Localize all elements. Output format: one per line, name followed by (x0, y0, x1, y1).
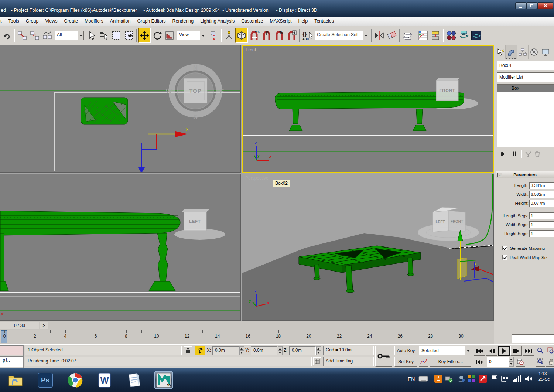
undo-icon[interactable] (0, 28, 13, 43)
taskbar-notepad-icon[interactable] (125, 371, 142, 389)
time-configuration-icon[interactable] (516, 357, 525, 367)
rect-selection-region-icon[interactable] (110, 28, 123, 43)
snap-25-icon[interactable]: 2.5 (248, 28, 260, 43)
tray-java-icon[interactable] (434, 375, 442, 383)
menu-item-views[interactable]: Views (42, 17, 61, 26)
reference-coordinate-dropdown[interactable]: View (177, 31, 206, 40)
tab-display[interactable] (540, 45, 551, 59)
modifier-stack[interactable]: Box (497, 84, 554, 147)
select-object-icon[interactable] (85, 28, 98, 43)
stack-item-box[interactable]: Box (497, 85, 554, 92)
length-field[interactable]: 3.381m (529, 182, 554, 189)
viewport-front[interactable]: FRONT z x y Front (242, 45, 494, 173)
tab-create[interactable] (494, 45, 506, 59)
key-mode-dropdown[interactable]: Selected (419, 346, 471, 355)
render-setup-icon[interactable] (457, 28, 470, 43)
viewport-perspective[interactable]: LEFT FRONT (242, 174, 494, 321)
tray-keyboard-icon[interactable] (418, 375, 428, 382)
viewcube-front-face[interactable]: FRONT (451, 219, 463, 224)
real-world-map-checkbox[interactable] (502, 255, 507, 260)
current-frame-field[interactable]: 0 (487, 357, 509, 367)
communicator-icon[interactable] (313, 357, 321, 365)
select-manipulate-icon[interactable] (223, 28, 235, 43)
chevron-down-icon[interactable] (78, 31, 84, 40)
collapse-icon[interactable]: - (497, 173, 502, 177)
menu-item-tools[interactable]: Tools (5, 17, 22, 26)
frame-spinner[interactable] (509, 357, 514, 367)
tray-action-center-icon[interactable] (490, 375, 498, 383)
width-field[interactable]: 6.582m (529, 191, 554, 198)
generate-mapping-checkbox[interactable] (502, 246, 507, 250)
selection-lock-button[interactable] (184, 346, 192, 355)
window-crossing-icon[interactable] (123, 28, 135, 43)
material-editor-icon[interactable] (445, 28, 457, 43)
menu-item-group[interactable]: Group (23, 17, 42, 26)
tab-hierarchy[interactable] (517, 45, 529, 59)
menu-item-animation[interactable]: Animation (107, 17, 134, 26)
height-segs-field[interactable]: 1 (529, 230, 554, 237)
tray-agent-icon[interactable] (457, 375, 465, 383)
taskbar-explorer-icon[interactable] (7, 371, 24, 389)
bind-spacewarp-icon[interactable] (41, 28, 54, 43)
rendered-frame-icon[interactable] (470, 28, 482, 43)
named-selection-set-dropdown[interactable]: Create Selection Set (315, 31, 369, 40)
close-button[interactable] (537, 2, 553, 9)
modifier-list-dropdown[interactable]: Modifier List (497, 72, 554, 82)
parameters-rollout-header[interactable]: - Parameters (496, 171, 554, 178)
y-coord-field[interactable]: 0.0m (251, 346, 277, 355)
menu-item-t[interactable]: t (0, 17, 5, 26)
key-filters-button[interactable]: Key Filters... (430, 357, 471, 367)
tray-usb-icon[interactable] (445, 375, 454, 383)
next-frame-button[interactable]: > (40, 322, 48, 329)
taskbar-chrome-icon[interactable] (66, 371, 84, 389)
curve-editor-icon[interactable] (417, 28, 429, 43)
zoom-icon[interactable] (536, 346, 545, 355)
macro-recorder-pane[interactable] (0, 345, 23, 355)
menu-item-modifiers[interactable]: Modifiers (81, 17, 107, 26)
tray-power-icon[interactable] (501, 375, 509, 383)
menu-item-create[interactable]: Create (61, 17, 82, 26)
mirror-icon[interactable] (373, 28, 386, 43)
tray-download-icon[interactable] (479, 375, 487, 383)
menu-item-lighting-analysis[interactable]: Lighting Analysis (197, 17, 238, 26)
previous-frame-button[interactable] (486, 346, 497, 356)
x-spinner[interactable] (239, 346, 244, 355)
maximize-button[interactable] (526, 2, 537, 9)
minimize-button[interactable] (515, 2, 526, 9)
viewport-top[interactable]: TOP N S E W x (0, 45, 241, 173)
named-selection-sets-icon[interactable]: {}ABC (301, 28, 314, 43)
y-spinner[interactable] (278, 346, 283, 355)
menu-item-customize[interactable]: Customize (238, 17, 266, 26)
viewcube-left-face[interactable]: LEFT (436, 220, 445, 224)
select-move-icon[interactable] (138, 28, 151, 43)
tray-language[interactable]: EN (408, 376, 415, 382)
viewport-perspective-label[interactable]: Perspective (245, 175, 269, 181)
time-slider[interactable]: 0 / 30 > (0, 321, 494, 330)
layer-manager-icon[interactable] (401, 28, 414, 43)
height-field[interactable]: 0.077m (529, 200, 554, 207)
make-unique-icon[interactable] (524, 150, 533, 158)
compass-north[interactable]: N (193, 64, 198, 71)
menu-item-maxscript[interactable]: MAXScript (266, 17, 295, 26)
link-icon[interactable] (16, 28, 28, 43)
viewcube-front-face[interactable]: FRONT (440, 88, 455, 93)
x-coord-field[interactable]: 0.0m (212, 346, 239, 355)
show-end-result-icon[interactable] (510, 150, 519, 158)
taskbar-word-icon[interactable]: W (96, 371, 113, 389)
default-in-out-tangent-icon[interactable] (419, 357, 428, 367)
percent-snap-icon[interactable]: % (273, 28, 285, 43)
snaps-toggle-icon[interactable] (235, 28, 248, 43)
taskbar-3dsmax-icon[interactable]: 3DS (154, 371, 173, 389)
selection-filter-dropdown[interactable]: All (55, 31, 84, 40)
select-rotate-icon[interactable] (151, 28, 163, 43)
compass-west[interactable]: W (166, 88, 172, 95)
remove-modifier-icon[interactable] (533, 150, 541, 158)
key-mode-toggle-icon[interactable] (474, 357, 485, 367)
pin-stack-icon[interactable] (496, 150, 505, 158)
set-key-button[interactable]: Set Key (394, 357, 417, 367)
go-to-start-button[interactable] (474, 346, 485, 356)
time-slider-handle[interactable]: 0 / 30 (0, 322, 39, 329)
zoom-region-icon[interactable] (536, 357, 545, 367)
tray-volume-icon[interactable] (524, 375, 533, 382)
viewport-front-label[interactable]: Front (246, 47, 256, 52)
